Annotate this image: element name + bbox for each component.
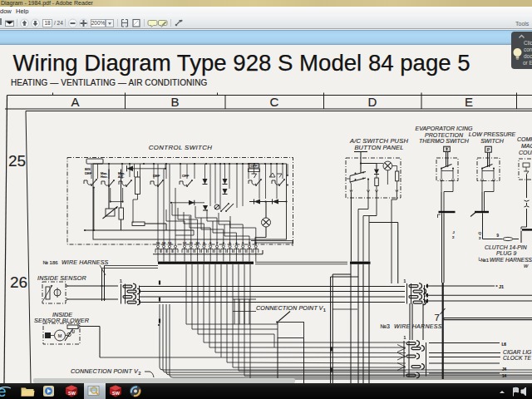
svg-text:PLUG 9: PLUG 9 [496, 250, 516, 256]
svg-text:10: 10 [195, 241, 200, 245]
svg-text:CLOCK TE: CLOCK TE [503, 355, 531, 361]
svg-text:12: 12 [183, 241, 187, 245]
svg-text:1: 1 [120, 278, 122, 283]
svg-text:THERMO SWITCH: THERMO SWITCH [419, 138, 470, 144]
svg-text:18: 18 [44, 20, 51, 26]
svg-text:1: 1 [323, 308, 326, 313]
svg-text:Q: Q [479, 231, 482, 235]
svg-text:16: 16 [162, 241, 166, 245]
svg-text:26: 26 [10, 273, 27, 291]
svg-text:2: 2 [139, 371, 141, 376]
svg-text:doc: doc [524, 53, 532, 59]
svg-text:CIGAR LIG: CIGAR LIG [503, 349, 531, 355]
svg-text:CONTROL SWITCH: CONTROL SWITCH [149, 144, 213, 151]
svg-text:Heiz.: Heiz. [101, 175, 108, 179]
svg-text:7: 7 [216, 241, 219, 245]
svg-text:№3: №3 [381, 323, 391, 329]
svg-text:INSIDE SENSOR: INSIDE SENSOR [37, 274, 86, 282]
svg-text:B: B [170, 95, 179, 109]
svg-text:2: 2 [479, 236, 481, 240]
svg-text:EVAPORATOR ICING: EVAPORATOR ICING [416, 126, 474, 131]
svg-text:J1: J1 [499, 284, 504, 289]
svg-text:A: A [71, 95, 79, 109]
svg-text:BUTTON PANEL: BUTTON PANEL [354, 144, 403, 151]
svg-text:C: C [270, 95, 279, 109]
svg-text:2: 2 [452, 235, 455, 239]
svg-text:MAGNE: MAGNE [521, 143, 532, 149]
svg-text:LOW PRESSURE: LOW PRESSURE [469, 131, 516, 137]
svg-text:D: D [368, 95, 377, 109]
svg-text:e: e [0, 383, 7, 399]
svg-text:PROTECTION: PROTECTION [425, 132, 464, 138]
svg-text:L6: L6 [502, 342, 507, 347]
svg-text:13: 13 [168, 241, 172, 245]
svg-text:WIRE HARNESS: WIRE HARNESS [490, 257, 532, 263]
svg-text:11: 11 [190, 241, 194, 245]
svg-text:COUPL: COUPL [519, 150, 532, 155]
svg-text:SW: SW [68, 391, 76, 396]
svg-text:№ 186: № 186 [43, 260, 59, 265]
svg-text:CLUTCH 14-PIN: CLUTCH 14-PIN [485, 244, 527, 250]
svg-text:OFF: OFF [182, 174, 190, 178]
svg-text:200%: 200% [91, 20, 106, 26]
svg-text:M: M [58, 333, 62, 338]
svg-text:WIRE HARNESS: WIRE HARNESS [62, 259, 109, 265]
svg-text:SWITCH: SWITCH [480, 138, 505, 144]
svg-text:15: 15 [156, 241, 160, 245]
svg-text:J: J [453, 230, 455, 234]
svg-text:7: 7 [435, 313, 440, 323]
svg-text:Clic: Clic [524, 40, 532, 46]
svg-text:con: con [524, 47, 532, 52]
svg-text:1: 1 [404, 278, 406, 283]
svg-text:1: 1 [404, 335, 406, 340]
svg-text:CONNECTION POINT: CONNECTION POINT [256, 304, 318, 312]
svg-text:DEF: DEF [85, 171, 92, 175]
svg-text:CONNECTION POINT: CONNECTION POINT [71, 367, 132, 375]
svg-text:E: E [465, 95, 473, 109]
svg-text:WIRE HARNESS: WIRE HARNESS [394, 323, 442, 329]
svg-text:25: 25 [8, 152, 26, 170]
svg-text:or E: or E [523, 60, 532, 66]
svg-text:J4: J4 [502, 367, 507, 372]
svg-text:6: 6 [223, 241, 225, 245]
svg-text:SW: SW [112, 391, 121, 396]
svg-text:Tools: Tools [515, 21, 530, 27]
svg-text:U: U [72, 330, 75, 334]
svg-text:9: 9 [497, 234, 500, 238]
svg-text:W: W [524, 264, 529, 268]
svg-text:COMPR: COMPR [517, 136, 532, 142]
svg-text:/ 24: / 24 [54, 20, 63, 26]
svg-text:└№1: └№1 [477, 257, 490, 263]
svg-text:P: P [487, 147, 490, 152]
